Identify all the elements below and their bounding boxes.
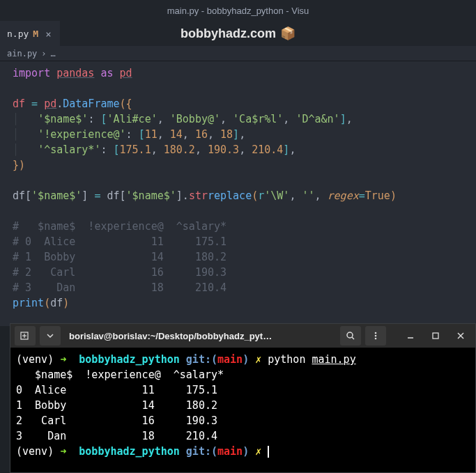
svg-point-6 [375, 335, 377, 337]
chevron-down-icon [47, 332, 54, 339]
search-icon [346, 331, 355, 341]
terminal-prompt-line: (venv) ➜ bobbyhadz_python git:(main) ✗ [16, 444, 470, 459]
code-line: df['$name$'] = df['$name$'].strreplace(r… [6, 188, 476, 203]
breadcrumb[interactable]: ain.py › … [0, 46, 476, 61]
terminal-plus-icon [20, 331, 30, 341]
terminal-title: borislav@borislav:~/Desktop/bobbyhadz_py… [63, 331, 337, 341]
watermark-text: bobbyhadz.com [181, 26, 276, 41]
svg-point-5 [375, 332, 377, 334]
svg-rect-9 [433, 333, 438, 339]
breadcrumb-more: … [51, 49, 56, 59]
maximize-button[interactable] [425, 326, 446, 346]
terminal-prompt-line: (venv) ➜ bobbyhadz_python git:(main) ✗ p… [16, 352, 470, 367]
svg-point-3 [347, 332, 353, 338]
minimize-icon [406, 332, 415, 340]
code-line: │ '!experience@': [11, 14, 16, 18], [6, 127, 476, 142]
tab-close-icon[interactable]: × [43, 29, 54, 40]
kebab-menu-icon [371, 331, 381, 341]
terminal-panel: borislav@borislav:~/Desktop/bobbyhadz_py… [10, 323, 476, 473]
window-title-bar: main.py - bobbyhadz_python - Visu [0, 0, 476, 21]
close-icon [456, 332, 465, 340]
code-comment: # 3 Dan 18 210.4 [6, 280, 476, 295]
svg-line-4 [352, 337, 354, 339]
close-terminal-button[interactable] [450, 326, 471, 346]
tab-filename: n.py [7, 29, 29, 39]
code-line: import pandas as pd [6, 65, 476, 81]
breadcrumb-file: ain.py [7, 49, 37, 59]
terminal-dropdown-button[interactable] [40, 326, 61, 346]
package-icon: 📦 [280, 26, 295, 41]
code-line: df = pd.DataFrame({ [6, 96, 476, 111]
window-title: main.py - bobbyhadz_python - Visu [167, 6, 309, 16]
svg-point-7 [375, 338, 377, 340]
watermark: bobbyhadz.com 📦 [181, 26, 295, 41]
code-line: │ '^salary*': [175.1, 180.2, 190.3, 210.… [6, 142, 476, 157]
code-line [6, 203, 476, 219]
terminal-menu-button[interactable] [365, 326, 386, 346]
code-line: │ '$name$': ['Ali#ce', 'Bobby@', 'Ca$r%l… [6, 111, 476, 127]
terminal-output: 1 Bobby 14 180.2 [16, 398, 470, 413]
code-line: }) [6, 157, 476, 173]
code-comment: # 0 Alice 11 175.1 [6, 234, 476, 249]
terminal-output: $name$ !experience@ ^salary* [16, 367, 470, 382]
code-line [6, 81, 476, 96]
breadcrumb-separator-icon: › [41, 49, 46, 59]
terminal-search-button[interactable] [340, 326, 361, 346]
terminal-cursor [268, 446, 269, 458]
code-comment: # 1 Bobby 14 180.2 [6, 249, 476, 265]
new-tab-button[interactable] [15, 326, 36, 346]
terminal-body[interactable]: (venv) ➜ bobbyhadz_python git:(main) ✗ p… [10, 348, 475, 472]
code-line [6, 173, 476, 188]
code-comment: # 2 Carl 16 190.3 [6, 265, 476, 280]
terminal-header: borislav@borislav:~/Desktop/bobbyhadz_py… [10, 324, 475, 348]
code-comment: # $name$ !experience@ ^salary* [6, 219, 476, 234]
code-line: print(df) [6, 295, 476, 311]
code-editor[interactable]: import pandas as pd df = pd.DataFrame({ … [0, 61, 476, 326]
minimize-button[interactable] [400, 326, 421, 346]
maximize-icon [431, 332, 440, 340]
tab-row: n.py M × bobbyhadz.com 📦 [0, 21, 476, 46]
terminal-output: 3 Dan 18 210.4 [16, 428, 470, 444]
terminal-output: 0 Alice 11 175.1 [16, 382, 470, 398]
file-tab-main[interactable]: n.py M × [0, 21, 60, 46]
terminal-output: 2 Carl 16 190.3 [16, 413, 470, 428]
tab-modified-indicator: M [33, 29, 38, 39]
